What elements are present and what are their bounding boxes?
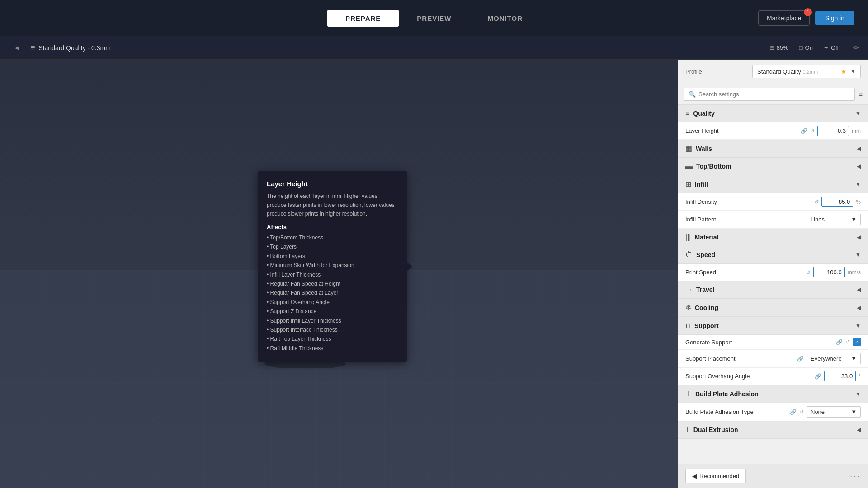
speed-section-icon: ⏱ xyxy=(685,251,693,259)
profile-dropdown[interactable]: Standard Quality 0.2mm ★ ▼ xyxy=(752,65,861,78)
tooltip-affect-9: • Support Z Distance xyxy=(267,307,398,316)
support-placement-dropdown[interactable]: Everywhere ▼ xyxy=(807,353,861,364)
infill-pattern-dropdown[interactable]: Lines ▼ xyxy=(807,214,861,225)
material-chevron[interactable] xyxy=(857,234,861,240)
infill-density-row: Infill Density ↺ % xyxy=(678,193,868,211)
marketplace-button[interactable]: Marketplace 1 xyxy=(758,10,810,26)
buildplate-type-value: None xyxy=(811,408,825,415)
tab-prepare[interactable]: PREPARE xyxy=(327,10,399,27)
buildplate-type-label: Build Plate Adhesion Type xyxy=(685,408,787,415)
walls-section-title: Walls xyxy=(696,145,712,152)
support-placement-link-icon[interactable]: 🔗 xyxy=(797,356,804,362)
adhesion-icon: ✦ xyxy=(824,44,829,51)
quality-chevron[interactable] xyxy=(855,110,861,117)
section-topbottom[interactable]: ▬ Top/Bottom xyxy=(678,158,868,175)
section-walls[interactable]: ▦ Walls xyxy=(678,140,868,158)
print-speed-label: Print Speed xyxy=(685,269,803,276)
section-dualextrusion[interactable]: T Dual Extrusion xyxy=(678,421,868,439)
profile-section: Profile Standard Quality 0.2mm ★ ▼ xyxy=(678,59,868,84)
tooltip-affect-5: • Infill Layer Thickness xyxy=(267,270,398,279)
infill-section-title: Infill xyxy=(695,181,708,188)
marketplace-badge: 1 xyxy=(804,8,812,16)
buildplate-type-link-icon[interactable]: 🔗 xyxy=(790,409,797,415)
cooling-chevron[interactable] xyxy=(857,305,861,311)
section-cooling[interactable]: ❄ Cooling xyxy=(678,299,868,317)
support-overhang-link-icon[interactable]: 🔗 xyxy=(815,373,821,380)
buildplate-type-reset-icon[interactable]: ↺ xyxy=(799,409,804,415)
tooltip-affect-12: • Raft Top Layer Thickness xyxy=(267,334,398,343)
support-overhang-input[interactable] xyxy=(824,371,856,381)
topbar: PREPARE PREVIEW MONITOR Marketplace 1 Si… xyxy=(0,0,868,36)
layer-height-reset-icon[interactable]: ↺ xyxy=(810,128,815,134)
marketplace-label: Marketplace xyxy=(767,14,801,22)
search-input-wrap: 🔍 xyxy=(684,88,855,101)
profile-bar-collapse[interactable]: ◀ xyxy=(9,36,25,60)
support-overhang-unit: ° xyxy=(859,373,861,380)
stat-infill: ⊞ 85% xyxy=(769,44,788,51)
tab-preview[interactable]: PREVIEW xyxy=(399,10,469,27)
topbar-tabs: PREPARE PREVIEW MONITOR xyxy=(327,10,541,27)
signin-button[interactable]: Sign in xyxy=(815,11,854,25)
section-material[interactable]: ||| Material xyxy=(678,229,868,246)
travel-chevron[interactable] xyxy=(857,286,861,293)
infill-chevron[interactable] xyxy=(855,181,861,188)
dualextrusion-chevron[interactable] xyxy=(857,427,861,433)
recommended-chevron: ◀ xyxy=(692,473,697,479)
edit-icon[interactable]: ✏ xyxy=(853,43,859,52)
search-input[interactable] xyxy=(698,91,850,98)
profile-section-label: Profile xyxy=(685,68,702,75)
support-overhang-label: Support Overhang Angle xyxy=(685,373,812,380)
buildplate-type-chevron: ▼ xyxy=(851,408,857,415)
buildplate-type-row: Build Plate Adhesion Type 🔗 ↺ None ▼ xyxy=(678,403,868,421)
walls-chevron[interactable] xyxy=(857,145,861,152)
main-viewport[interactable]: Layer Height The height of each layer in… xyxy=(0,60,678,488)
section-infill[interactable]: ⊞ Infill xyxy=(678,175,868,193)
tooltip-affect-11: • Support Interface Thickness xyxy=(267,325,398,334)
infill-density-label: Infill Density xyxy=(685,198,811,205)
buildplate-type-dropdown[interactable]: None ▼ xyxy=(807,406,861,418)
support-chevron[interactable] xyxy=(855,323,861,329)
layer-height-tooltip: Layer Height The height of each layer in… xyxy=(258,171,407,362)
generate-support-checkbox[interactable]: ✓ xyxy=(853,338,861,346)
infill-density-reset-icon[interactable]: ↺ xyxy=(814,199,819,205)
infill-value: 85% xyxy=(777,44,788,51)
section-buildplate[interactable]: ⊥ Build Plate Adhesion xyxy=(678,385,868,403)
cooling-section-title: Cooling xyxy=(695,304,718,311)
layer-height-input[interactable] xyxy=(817,126,849,136)
print-speed-input[interactable] xyxy=(813,267,845,277)
section-speed[interactable]: ⏱ Speed xyxy=(678,246,868,264)
tooltip-affect-1: • Top/Bottom Thickness xyxy=(267,233,398,242)
recommended-button[interactable]: ◀ Recommended xyxy=(685,469,746,483)
speed-chevron[interactable] xyxy=(855,252,861,258)
cooling-section-icon: ❄ xyxy=(685,303,691,312)
layer-height-row: Layer Height 🔗 ↺ mm xyxy=(678,122,868,140)
generate-support-reset-icon[interactable]: ↺ xyxy=(845,339,850,345)
profile-bar: ◀ ≡ Standard Quality - 0.3mm ⊞ 85% □ On … xyxy=(0,36,868,60)
bottom-bar: ◀ Recommended ··· xyxy=(678,464,868,488)
profile-dropdown-chevron[interactable]: ▼ xyxy=(850,68,856,75)
infill-pattern-row: Infill Pattern Lines ▼ xyxy=(678,211,868,229)
print-speed-reset-icon[interactable]: ↺ xyxy=(806,269,811,276)
tooltip-title: Layer Height xyxy=(267,180,398,188)
viewport-canvas[interactable]: Layer Height The height of each layer in… xyxy=(0,60,678,488)
infill-density-input[interactable] xyxy=(821,197,853,207)
favorite-icon[interactable]: ★ xyxy=(841,68,847,75)
support-placement-row: Support Placement 🔗 Everywhere ▼ xyxy=(678,350,868,368)
print-speed-row: Print Speed ↺ mm/s xyxy=(678,264,868,281)
tooltip-affect-13: • Raft Middle Thickness xyxy=(267,344,398,353)
section-support[interactable]: ⊓ Support xyxy=(678,317,868,335)
topbottom-section-icon: ▬ xyxy=(685,162,693,170)
topbottom-chevron[interactable] xyxy=(857,163,861,169)
layer-height-link-icon[interactable]: 🔗 xyxy=(801,128,807,134)
buildplate-chevron[interactable] xyxy=(855,391,861,397)
settings-menu-icon[interactable]: ≡ xyxy=(859,90,863,99)
section-quality[interactable]: ≡ Quality xyxy=(678,105,868,122)
print-speed-unit: mm/s xyxy=(848,269,861,276)
tab-monitor[interactable]: MONITOR xyxy=(470,10,541,27)
tooltip-affect-6: • Regular Fan Speed at Height xyxy=(267,279,398,288)
generate-support-link-icon[interactable]: 🔗 xyxy=(836,339,843,345)
support-icon: □ xyxy=(799,44,803,51)
right-panel: Print settings ✕ Profile Standard Qualit… xyxy=(678,36,868,488)
tooltip-affect-4: • Minimum Skin Width for Expansion xyxy=(267,261,398,270)
section-travel[interactable]: → Travel xyxy=(678,281,868,299)
